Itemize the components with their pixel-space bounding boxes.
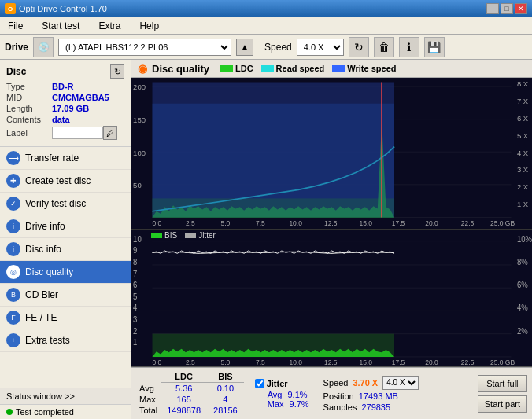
stats-table: LDC BIS Avg 5.36 0.10 Max 165 4 Total 14… [136,371,244,416]
svg-text:7 X: 7 X [517,97,529,105]
jitter-checkbox[interactable] [255,379,264,388]
disc-quality-icon: ◎ [6,265,20,279]
legend-ldc-label: LDC [235,64,253,73]
speed-select[interactable]: 4.0 X [297,39,344,56]
svg-text:7: 7 [133,269,137,277]
drive-info-label: Drive info [25,221,65,232]
disc-title: Disc [6,66,26,77]
cd-bler-icon: B [6,288,20,302]
contents-value: data [52,115,70,124]
legend-ldc-color [220,65,233,72]
erase-btn[interactable]: 🗑 [374,37,394,57]
sidebar-item-verify-test-disc[interactable]: ✓ Verify test disc [0,193,131,215]
disc-quality-label: Disc quality [25,266,73,277]
status-window-label: Status window >> [6,391,75,401]
max-ldc: 165 [161,394,207,405]
disc-info-panel: Disc ↻ Type BD-R MID CMCMAGBA5 Length 17… [0,60,131,147]
start-part-button[interactable]: Start part [478,395,527,413]
type-value: BD-R [52,82,74,91]
disc-refresh-btn[interactable]: ↻ [110,64,124,79]
svg-text:12.5: 12.5 [324,358,338,366]
menu-file[interactable]: File [3,19,28,33]
legend-write-speed-label: Write speed [347,64,396,73]
close-button[interactable]: ✕ [515,3,527,14]
svg-text:8%: 8% [517,257,528,266]
svg-text:8: 8 [133,257,138,266]
svg-text:3: 3 [133,315,138,324]
svg-text:0.0: 0.0 [153,219,162,227]
sidebar-item-extra-tests[interactable]: + Extra tests [0,329,131,352]
svg-text:2: 2 [133,326,137,335]
legend-read-speed-label: Read speed [276,64,325,73]
maximize-button[interactable]: □ [501,3,513,14]
menu-help[interactable]: Help [135,19,164,33]
menu-extra[interactable]: Extra [94,19,125,33]
fe-te-icon: F [6,311,20,325]
sidebar-item-transfer-rate[interactable]: ⟶ Transfer rate [0,147,131,170]
drive-select[interactable]: (I:) ATAPI iHBS112 2 PL06 [58,39,231,56]
svg-text:25.0 GB: 25.0 GB [490,219,515,227]
disc-label-input[interactable] [52,127,103,139]
bis-legend-item: BIS [151,231,177,240]
sidebar-item-fe-te[interactable]: F FE / TE [0,307,131,329]
svg-text:4%: 4% [517,303,528,312]
sidebar-item-create-test-disc[interactable]: ✚ Create test disc [0,170,131,193]
ldc-header: LDC [161,371,207,383]
disc-label-icon[interactable]: 🖊 [103,126,117,140]
sidebar-item-disc-info[interactable]: i Disc info [0,238,131,261]
sidebar-item-cd-bler[interactable]: B CD Bler [0,284,131,307]
jitter-avg-label: Avg [268,390,283,399]
speed-dropdown[interactable]: 4.0 X [382,376,419,390]
info-btn[interactable]: ℹ [399,37,419,57]
jitter-label: Jitter [267,379,288,388]
refresh-btn[interactable]: ↻ [349,37,369,57]
svg-text:15.0: 15.0 [359,219,372,227]
svg-text:200: 200 [133,83,146,91]
bis-header: BIS [207,371,244,383]
menu-bar: File Start test Extra Help [0,17,532,35]
speed-section: Speed 3.70 X 4.0 X Position 17493 MB Sam… [323,376,419,412]
samples-label: Samples [323,402,357,412]
title-bar: O Opti Drive Control 1.70 — □ ✕ [0,0,532,17]
svg-text:5: 5 [133,292,138,300]
samples-value: 279835 [361,402,390,412]
menu-start-test[interactable]: Start test [37,19,84,33]
nav-items: ⟶ Transfer rate ✚ Create test disc ✓ Ver… [0,147,131,388]
svg-text:5 X: 5 X [517,131,529,140]
svg-text:5.0: 5.0 [220,358,230,366]
svg-text:20.0: 20.0 [425,358,438,366]
extra-tests-label: Extra tests [25,335,70,346]
status-window-btn[interactable]: Status window >> [0,388,131,405]
svg-text:15.0: 15.0 [359,358,372,366]
sidebar-item-drive-info[interactable]: i Drive info [0,215,131,238]
jitter-legend-item: Jitter [185,231,216,240]
svg-text:1: 1 [133,338,137,347]
app-icon: O [5,3,16,14]
save-btn[interactable]: 💾 [424,37,445,57]
svg-text:8 X: 8 X [517,79,529,88]
jitter-section: Jitter Avg 9.1% Max 9.7% [255,379,309,409]
svg-text:2.5: 2.5 [186,358,195,366]
avg-ldc: 5.36 [161,383,207,395]
sidebar-item-disc-quality[interactable]: ◎ Disc quality [0,261,131,284]
svg-text:2.5: 2.5 [186,219,195,227]
minimize-button[interactable]: — [486,3,499,14]
drive-icon: 💿 [33,37,54,57]
start-full-button[interactable]: Start full [478,375,527,392]
position-value: 17493 MB [359,391,398,401]
svg-text:4 X: 4 X [517,148,529,156]
svg-text:7.5: 7.5 [256,358,265,366]
bis-legend-color [151,233,162,238]
svg-text:9: 9 [133,246,137,255]
jitter-legend-label: Jitter [198,231,216,240]
jitter-legend-color [185,233,196,238]
svg-text:50: 50 [133,181,142,189]
drive-bar: Drive 💿 (I:) ATAPI iHBS112 2 PL06 ▲ Spee… [0,35,532,60]
jitter-header: Jitter [255,379,309,388]
speed-label: Speed [323,378,349,388]
chart2-legend: BIS Jitter [151,231,216,240]
svg-text:20.0: 20.0 [425,219,438,227]
jitter-max-label: Max [268,399,284,409]
chart1-container: 200 150 100 50 8 X 7 X 6 X 5 X 4 X 3 X 2… [131,78,532,230]
drive-up-btn[interactable]: ▲ [236,39,253,56]
